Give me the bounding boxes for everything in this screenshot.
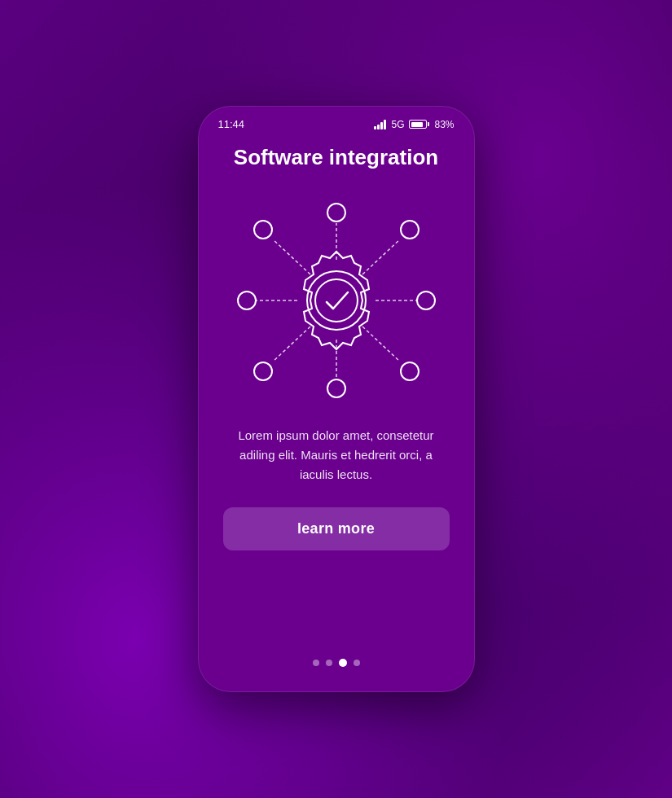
svg-line-3 bbox=[362, 327, 400, 362]
status-right: 5G 83% bbox=[374, 119, 454, 130]
dot-3-active bbox=[339, 659, 347, 667]
svg-line-5 bbox=[273, 327, 310, 362]
learn-more-button[interactable]: learn more bbox=[223, 507, 450, 550]
main-content: Software integration bbox=[199, 137, 474, 691]
svg-point-9 bbox=[401, 221, 419, 239]
dot-1 bbox=[313, 660, 319, 666]
svg-line-7 bbox=[273, 239, 310, 274]
page-title: Software integration bbox=[234, 145, 438, 170]
dot-2 bbox=[326, 660, 332, 666]
integration-illustration bbox=[231, 195, 442, 406]
svg-point-11 bbox=[401, 362, 419, 380]
pagination-dots bbox=[313, 659, 360, 675]
phone-frame: 11:44 5G 83% Software integration bbox=[198, 106, 475, 692]
network-label: 5G bbox=[391, 119, 404, 130]
svg-line-1 bbox=[362, 239, 400, 274]
signal-icon bbox=[374, 120, 386, 129]
svg-point-15 bbox=[254, 221, 272, 239]
svg-point-8 bbox=[327, 204, 345, 221]
status-bar: 11:44 5G 83% bbox=[199, 107, 474, 137]
svg-point-10 bbox=[417, 292, 435, 309]
svg-point-14 bbox=[238, 292, 256, 309]
time-display: 11:44 bbox=[218, 118, 245, 130]
svg-point-17 bbox=[315, 279, 358, 322]
svg-point-13 bbox=[254, 362, 272, 380]
battery-icon bbox=[409, 120, 429, 129]
dot-4 bbox=[354, 660, 360, 666]
battery-percent: 83% bbox=[434, 119, 454, 130]
description-text: Lorem ipsum dolor amet, consetetur adili… bbox=[223, 426, 450, 484]
svg-point-12 bbox=[327, 379, 345, 397]
